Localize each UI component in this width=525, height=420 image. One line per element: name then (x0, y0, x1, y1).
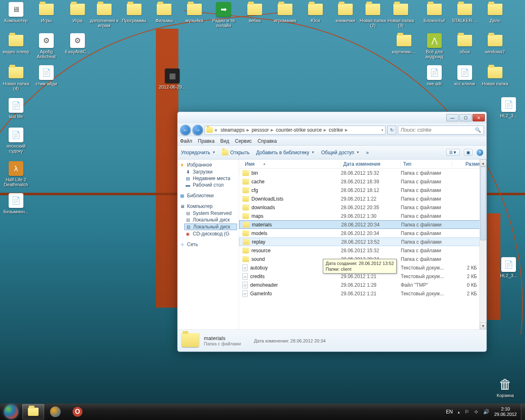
col-name[interactable]: Имя▲ (242, 161, 341, 167)
crumb[interactable]: pesssor (250, 127, 270, 133)
crumb-sep-icon[interactable]: ▶ (345, 128, 348, 132)
crumb-sep-icon[interactable]: ▶ (271, 128, 274, 132)
desktop-icon[interactable]: STALKER-... (450, 2, 480, 23)
show-desktop-button[interactable] (521, 404, 525, 420)
desktop-icon[interactable]: Дело (480, 2, 510, 23)
crumb-sep-icon[interactable]: ▶ (247, 128, 249, 132)
crumb[interactable]: cstrike (327, 127, 344, 133)
desktop-icon[interactable]: Игры (31, 2, 62, 23)
col-date[interactable]: Дата изменения (341, 161, 401, 167)
desktop-icon[interactable]: Блокноты! (419, 2, 450, 23)
desktop-icon[interactable]: 📄HL2_3... (493, 257, 524, 278)
desktop-icon[interactable]: Юся (300, 2, 331, 23)
desktop-icon[interactable]: ⋀Всё для андроид (419, 33, 450, 59)
sidebar-libraries[interactable]: ▦Библиотеки (179, 193, 237, 199)
menu-view[interactable]: Вид (220, 138, 229, 144)
desktop-icon[interactable]: Новая папка (480, 65, 510, 86)
lang-indicator[interactable]: EN (446, 409, 453, 415)
crumb[interactable]: steamapps (219, 127, 246, 133)
volume-icon[interactable]: 🔊 (483, 409, 489, 415)
desktop-icon[interactable]: windows7 (480, 33, 510, 54)
network-icon[interactable]: ⊹ (474, 409, 478, 415)
desktop-icon[interactable]: 🗑Корзина (490, 377, 520, 398)
desktop-icon[interactable]: картинки-... (389, 33, 419, 54)
sidebar-favorites[interactable]: ★Избранное (179, 162, 237, 168)
desktop-icon[interactable]: Игра (62, 2, 93, 23)
tray-expand-icon[interactable]: ▴ (458, 410, 460, 414)
minimize-button[interactable]: — (446, 114, 459, 121)
file-row[interactable]: downloads28.06.2012 20:35Папка с файлами (239, 203, 486, 212)
desktop-icon[interactable]: 📄HL2_3... (493, 97, 524, 118)
scroll-up-button[interactable]: ▲ (480, 160, 486, 167)
desktop-icon[interactable]: 📄ксс ключи (450, 65, 480, 86)
search-input[interactable] (401, 127, 475, 133)
desktop-icon[interactable]: ⚙Apofig Anticheat (31, 33, 62, 59)
desktop-icon[interactable]: Новая папка (3) (386, 2, 416, 28)
preview-button[interactable]: ▣ (464, 149, 472, 156)
clock[interactable]: 2:10 29.06.2012 (494, 406, 517, 417)
dropdown-icon[interactable]: ▾ (381, 128, 383, 132)
close-button[interactable]: ✕ (472, 114, 485, 121)
file-row[interactable]: resource28.06.2012 15:32Папка с файлами (239, 246, 486, 255)
desktop-icon[interactable]: обои (450, 33, 480, 54)
back-button[interactable]: ← (180, 125, 191, 135)
desktop-icon[interactable]: 📄Безымянн... (1, 193, 31, 214)
col-type[interactable]: Тип (401, 161, 452, 167)
desktop-icon[interactable]: видео плеер (1, 33, 31, 54)
sidebar-item-recent[interactable]: ▤Недавние места (185, 176, 237, 181)
menu-tools[interactable]: Сервис (235, 138, 252, 144)
file-row[interactable]: GameInfo29.06.2012 1:21Текстовый докум..… (239, 289, 486, 298)
desktop-icon[interactable]: дополнения к играм (89, 2, 119, 28)
crumb-prefix[interactable]: « (213, 127, 219, 133)
desktop-icon[interactable]: Фильмы (149, 2, 179, 23)
desktop-icon[interactable]: 📄японский судоку (1, 127, 31, 153)
search-box[interactable]: 🔍 (398, 126, 484, 135)
desktop-icon[interactable]: музы4ка (179, 2, 210, 23)
file-row[interactable]: replay28.06.2012 13:52Папка с файлами (239, 237, 486, 246)
address-bar[interactable]: « steamapps▶ pesssor▶ counter-strike sou… (205, 126, 386, 135)
toolbar-arrange[interactable]: Упорядочить▼ (181, 150, 215, 155)
desktop-icon[interactable]: игромания (270, 2, 300, 23)
crumb[interactable]: counter-strike source (274, 127, 323, 133)
desktop-icon[interactable]: 📄rwe.adr (419, 65, 450, 86)
taskbar-mediaplayer[interactable] (44, 404, 66, 420)
file-row[interactable]: DownloadLists29.06.2012 1:22Папка с файл… (239, 194, 486, 203)
sidebar-item-drive[interactable]: ⊟Локальный диск (185, 217, 237, 223)
sidebar-item-downloads[interactable]: ⬇Загрузки (185, 169, 237, 175)
file-row[interactable]: bin28.06.2012 15:32Папка с файлами (239, 169, 486, 177)
maximize-button[interactable]: ☐ (459, 114, 472, 121)
toolbar-addlib[interactable]: Добавить в библиотеку▼ (256, 150, 314, 155)
titlebar[interactable]: — ☐ ✕ (178, 112, 486, 123)
file-row[interactable]: cfg28.06.2012 18:12Папка с файлами (239, 186, 486, 194)
scroll-thumb[interactable] (480, 167, 486, 240)
menu-help[interactable]: Справка (258, 138, 277, 144)
taskbar-explorer[interactable] (22, 404, 44, 420)
help-icon[interactable]: ? (477, 149, 483, 156)
crumb-sep-icon[interactable]: ▶ (324, 128, 326, 132)
desktop-icon[interactable]: Новая папка (4) (1, 65, 31, 91)
toolbar-more[interactable]: » (366, 150, 369, 155)
file-row[interactable]: demoheader29.06.2012 1:29Файл "TMP"0 КБ (239, 281, 486, 289)
desktop-icon[interactable]: Новая папка (2) (358, 2, 388, 28)
file-row[interactable]: cache28.06.2012 16:39Папка с файлами (239, 177, 486, 186)
desktop-icon[interactable]: ➡Радио и тв онлайн (208, 2, 239, 28)
scrollbar[interactable]: ▲ ▼ (479, 160, 486, 329)
desktop-icon[interactable]: ⚙EasyAntiC... (62, 33, 93, 54)
menu-file[interactable]: Файл (180, 138, 192, 144)
sidebar-item-desktop[interactable]: ▬Рабочий стол (185, 182, 237, 188)
sidebar-item-drive[interactable]: ⊟Локальный диск (184, 224, 237, 230)
flag-icon[interactable]: ⚐ (465, 409, 469, 415)
menu-edit[interactable]: Правка (198, 138, 215, 144)
sidebar-item-drive[interactable]: ⊟System Reserved (185, 210, 237, 216)
desktop-icon[interactable]: 🖥Компьютер (1, 2, 31, 23)
desktop-icon[interactable]: ▦2012-06-29... (157, 68, 187, 89)
sidebar-computer[interactable]: 🖥Компьютер (179, 203, 237, 209)
view-button[interactable]: ☰▼ (446, 149, 460, 156)
taskbar-opera[interactable]: O (66, 404, 89, 420)
scroll-down-button[interactable]: ▼ (480, 322, 486, 329)
sidebar-item-cd[interactable]: ◉CD-дисковод (G (185, 231, 237, 237)
forward-button[interactable]: → (192, 125, 203, 135)
sidebar-network[interactable]: ⊹Сеть (179, 242, 237, 247)
toolbar-share[interactable]: Общий доступ▼ (321, 150, 360, 155)
file-row[interactable]: materials28.06.2012 20:34Папка с файлами (239, 220, 486, 229)
